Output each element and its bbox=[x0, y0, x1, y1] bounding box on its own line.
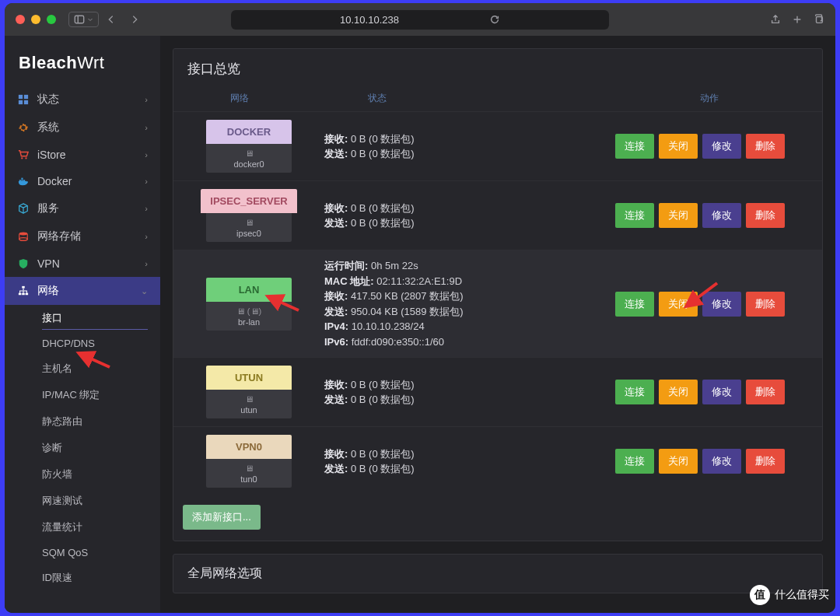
sidebar-subitem[interactable]: 主机名 bbox=[5, 355, 160, 382]
sidebar-item-shield[interactable]: VPN› bbox=[5, 250, 160, 277]
interface-badge: VPN0 bbox=[206, 435, 292, 459]
delete-button[interactable]: 删除 bbox=[746, 203, 785, 228]
grid-icon bbox=[17, 93, 30, 106]
device-label: 🖥tun0 bbox=[206, 459, 292, 488]
close-button[interactable]: 关闭 bbox=[659, 203, 698, 228]
sidebar-item-label: 服务 bbox=[37, 201, 59, 215]
interface-row: DOCKER 🖥docker0 接收: 0 B (0 数据包)发送: 0 B (… bbox=[173, 111, 822, 180]
interface-row: LAN 🖥 (🖥)br-lan 运行时间: 0h 5m 22sMAC 地址: 0… bbox=[173, 250, 822, 357]
sidebar-subitem[interactable]: SQM QoS bbox=[5, 541, 160, 565]
sidebar-item-grid[interactable]: 状态› bbox=[5, 86, 160, 114]
svg-rect-0 bbox=[75, 16, 83, 23]
address-bar[interactable]: 10.10.10.238 bbox=[231, 10, 609, 30]
status-col: 接收: 0 B (0 数据包)发送: 0 B (0 数据包) bbox=[315, 131, 587, 162]
connect-button[interactable]: 连接 bbox=[615, 380, 654, 404]
sidebar-subitem[interactable]: 网速测试 bbox=[5, 488, 160, 514]
device-icon: 🖥 bbox=[245, 218, 254, 227]
sidebar-subitem[interactable]: 诊断 bbox=[5, 435, 160, 461]
share-icon[interactable] bbox=[770, 14, 781, 25]
sidebar-item-gear[interactable]: 系统› bbox=[5, 114, 160, 142]
actions-col: 连接 关闭 修改 删除 bbox=[587, 380, 813, 404]
sidebar-subitem[interactable]: ID限速 bbox=[5, 565, 160, 591]
chevron-right-icon: › bbox=[145, 204, 148, 213]
network-col: IPSEC_SERVER 🖥ipsec0 bbox=[183, 189, 315, 242]
sidebar-item-cube[interactable]: 服务› bbox=[5, 194, 160, 222]
disk-icon bbox=[17, 230, 30, 243]
interface-row: VPN0 🖥tun0 接收: 0 B (0 数据包)发送: 0 B (0 数据包… bbox=[173, 426, 822, 495]
sidebar-subitem[interactable]: 流量统计 bbox=[5, 514, 160, 541]
network-col: VPN0 🖥tun0 bbox=[183, 435, 315, 488]
add-interface-button[interactable]: 添加新接口... bbox=[183, 505, 261, 530]
edit-button[interactable]: 修改 bbox=[702, 134, 741, 159]
sidebar-subitem[interactable]: 静态路由 bbox=[5, 408, 160, 435]
sidebar-item-sitemap[interactable]: 网络⌄ bbox=[5, 277, 160, 305]
chevron-right-icon: › bbox=[145, 95, 148, 104]
sidebar-item-label: VPN bbox=[37, 257, 60, 270]
sidebar-item-docker[interactable]: Docker› bbox=[5, 168, 160, 194]
chevron-down-icon bbox=[87, 14, 93, 25]
new-tab-icon[interactable] bbox=[792, 14, 803, 25]
status-col: 接收: 0 B (0 数据包)发送: 0 B (0 数据包) bbox=[315, 201, 587, 231]
tabs-icon[interactable] bbox=[814, 14, 824, 25]
svg-rect-20 bbox=[26, 293, 29, 296]
chevron-right-icon: › bbox=[145, 232, 148, 241]
close-button[interactable]: 关闭 bbox=[659, 380, 698, 404]
device-label: 🖥docker0 bbox=[206, 144, 292, 173]
col-actions: 动作 bbox=[597, 92, 822, 105]
sitemap-icon bbox=[17, 285, 30, 297]
sidebar-subitem[interactable]: 防火墙 bbox=[5, 461, 160, 488]
delete-button[interactable]: 删除 bbox=[746, 380, 785, 404]
reload-icon[interactable] bbox=[489, 14, 500, 25]
connect-button[interactable]: 连接 bbox=[615, 292, 654, 317]
status-col: 运行时间: 0h 5m 22sMAC 地址: 02:11:32:2A:E1:9D… bbox=[315, 258, 587, 349]
sidebar-item-label: 系统 bbox=[37, 121, 59, 135]
edit-button[interactable]: 修改 bbox=[702, 292, 741, 317]
docker-icon bbox=[17, 175, 30, 187]
close-window-icon[interactable] bbox=[16, 15, 25, 24]
chevron-right-icon: › bbox=[145, 259, 148, 268]
cart-icon bbox=[17, 149, 30, 161]
sidebar-item-disk[interactable]: 网络存储› bbox=[5, 222, 160, 250]
connect-button[interactable]: 连接 bbox=[615, 449, 654, 474]
maximize-window-icon[interactable] bbox=[47, 15, 56, 24]
cube-icon bbox=[17, 202, 30, 215]
close-button[interactable]: 关闭 bbox=[659, 292, 698, 317]
connect-button[interactable]: 连接 bbox=[615, 203, 654, 228]
forward-button[interactable] bbox=[124, 10, 145, 29]
device-label: 🖥 (🖥)br-lan bbox=[206, 302, 292, 331]
status-col: 接收: 0 B (0 数据包)发送: 0 B (0 数据包) bbox=[315, 377, 587, 408]
edit-button[interactable]: 修改 bbox=[702, 380, 741, 404]
sidebar-toggle-button[interactable] bbox=[68, 12, 99, 27]
gear-icon bbox=[17, 121, 30, 134]
delete-button[interactable]: 删除 bbox=[746, 449, 785, 474]
device-icon: 🖥 bbox=[245, 394, 254, 404]
sidebar-subitem[interactable]: IP/MAC 绑定 bbox=[5, 382, 160, 408]
edit-button[interactable]: 修改 bbox=[702, 449, 741, 474]
svg-rect-18 bbox=[19, 293, 22, 296]
interface-badge: LAN bbox=[206, 278, 292, 302]
svg-point-10 bbox=[25, 157, 26, 159]
sidebar-subitem[interactable]: DHCP/DNS bbox=[5, 331, 160, 355]
delete-button[interactable]: 删除 bbox=[746, 134, 785, 159]
status-col: 接收: 0 B (0 数据包)发送: 0 B (0 数据包) bbox=[315, 446, 587, 477]
actions-col: 连接 关闭 修改 删除 bbox=[587, 449, 813, 474]
sidebar-item-cart[interactable]: iStore› bbox=[5, 142, 160, 168]
close-button[interactable]: 关闭 bbox=[659, 449, 698, 474]
panel-title: 接口总览 bbox=[173, 49, 822, 87]
table-header: 网络 状态 动作 bbox=[173, 87, 822, 111]
sidebar-item-label: Docker bbox=[37, 175, 72, 187]
delete-button[interactable]: 删除 bbox=[746, 292, 785, 317]
connect-button[interactable]: 连接 bbox=[615, 134, 654, 159]
edit-button[interactable]: 修改 bbox=[702, 203, 741, 228]
svg-rect-17 bbox=[22, 286, 25, 289]
sidebar-subitem[interactable]: 接口 bbox=[5, 305, 160, 331]
interface-row: IPSEC_SERVER 🖥ipsec0 接收: 0 B (0 数据包)发送: … bbox=[173, 180, 822, 250]
minimize-window-icon[interactable] bbox=[31, 15, 40, 24]
svg-point-16 bbox=[19, 238, 28, 241]
back-button[interactable] bbox=[100, 10, 122, 29]
global-network-panel: 全局网络选项 bbox=[173, 554, 823, 593]
sidebar: BleachWrt 状态›系统›iStore›Docker›服务›网络存储›VP… bbox=[5, 36, 160, 613]
interface-badge: DOCKER bbox=[206, 120, 292, 144]
network-col: DOCKER 🖥docker0 bbox=[183, 120, 315, 173]
close-button[interactable]: 关闭 bbox=[659, 134, 698, 159]
